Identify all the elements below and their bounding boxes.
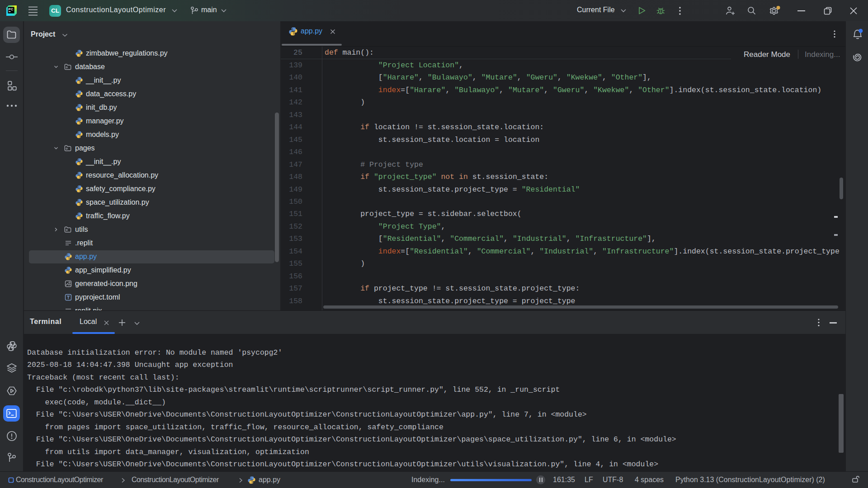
svg-text:PC: PC (9, 7, 14, 11)
